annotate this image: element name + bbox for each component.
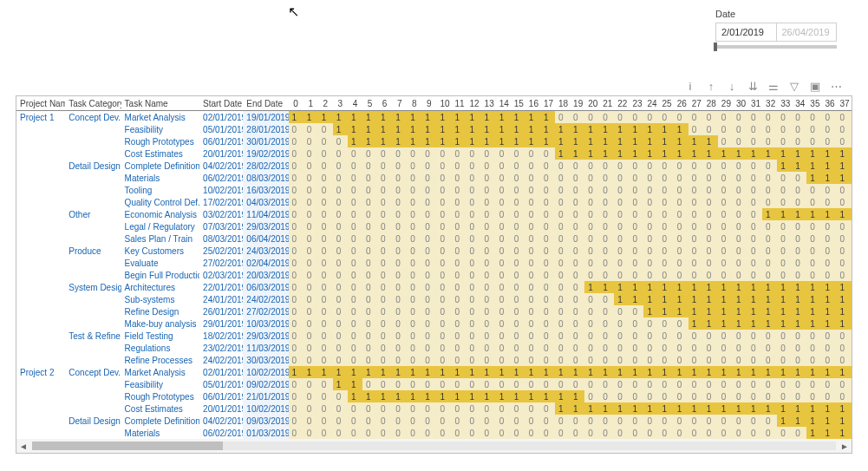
gantt-cell: 0 — [777, 123, 792, 135]
sort-asc-icon[interactable]: ↑ — [705, 80, 717, 92]
scrollbar-thumb[interactable] — [32, 442, 223, 450]
horizontal-scrollbar[interactable]: ◄ ► — [16, 439, 852, 453]
col-header-day[interactable]: 31 — [747, 96, 762, 111]
scrollbar-track[interactable] — [32, 442, 836, 450]
col-header-category[interactable]: Task Category — [65, 96, 121, 111]
table-row[interactable]: Test & RefineField Testing18/02/201929/0… — [16, 330, 852, 342]
col-header-day[interactable]: 25 — [659, 96, 674, 111]
col-header-day[interactable]: 15 — [511, 96, 525, 111]
table-row[interactable]: Rough Prototypes06/01/201921/01/20190000… — [16, 390, 852, 402]
date-start-input[interactable]: 2/01/2019 — [716, 23, 776, 41]
col-header-end[interactable]: End Date — [243, 96, 288, 111]
col-header-day[interactable]: 29 — [718, 96, 733, 111]
col-header-day[interactable]: 36 — [821, 96, 836, 111]
col-header-day[interactable]: 37 — [836, 96, 852, 111]
gantt-cell: 1 — [806, 293, 821, 305]
col-header-day[interactable]: 19 — [570, 96, 584, 111]
col-header-day[interactable]: 16 — [525, 96, 540, 111]
expand-icon[interactable]: ⚌ — [767, 80, 780, 92]
col-header-day[interactable]: 9 — [421, 96, 436, 111]
table-row[interactable]: Detail DesignComplete Definition04/02/20… — [16, 415, 852, 427]
table-row[interactable]: Materials06/02/201908/03/201900000000000… — [16, 172, 852, 184]
drill-down-icon[interactable]: ⇊ — [747, 80, 759, 92]
table-row[interactable]: Make-buy analysis29/01/201910/03/2019000… — [16, 317, 852, 330]
col-header-day[interactable]: 33 — [777, 96, 792, 111]
col-header-day[interactable]: 23 — [629, 96, 643, 111]
col-header-project[interactable]: Project Name — [16, 96, 65, 111]
table-row[interactable]: Materials06/02/201901/03/201900000000000… — [16, 427, 852, 439]
scroll-right-arrow-icon[interactable]: ► — [838, 442, 852, 451]
table-row[interactable]: Rough Prototypes06/01/201930/01/20190000… — [16, 135, 852, 147]
table-row[interactable]: Legal / Regulatory07/03/201929/03/201900… — [16, 220, 852, 232]
col-header-day[interactable]: 2 — [318, 96, 333, 111]
table-row[interactable]: OtherEconomic Analysis03/02/201911/04/20… — [16, 208, 852, 220]
col-header-day[interactable]: 10 — [436, 96, 451, 111]
col-header-day[interactable]: 8 — [407, 96, 421, 111]
col-header-day[interactable]: 30 — [733, 96, 747, 111]
table-row[interactable]: ProduceKey Customers25/02/201924/03/2019… — [16, 245, 852, 257]
info-icon[interactable]: i — [684, 80, 696, 92]
col-header-day[interactable]: 17 — [540, 96, 555, 111]
col-header-day[interactable]: 12 — [467, 96, 481, 111]
table-row[interactable]: Sales Plan / Train08/03/201906/04/201900… — [16, 232, 852, 245]
col-header-day[interactable]: 26 — [674, 96, 689, 111]
table-row[interactable]: Cost Estimates20/01/201910/02/2019000000… — [16, 402, 852, 415]
scroll-left-arrow-icon[interactable]: ◄ — [16, 442, 30, 451]
date-end-input[interactable]: 26/04/2019 — [776, 23, 837, 41]
date-slider[interactable] — [715, 45, 837, 49]
gantt-cell: 0 — [362, 402, 377, 415]
focus-mode-icon[interactable]: ▣ — [809, 80, 821, 92]
date-range-inputs[interactable]: 2/01/2019 26/04/2019 — [715, 23, 837, 42]
gantt-cell: 0 — [392, 281, 407, 293]
table-row[interactable]: Feasibility05/01/201928/01/2019000111111… — [16, 123, 852, 135]
gantt-cell: 0 — [525, 172, 540, 184]
table-row[interactable]: Feasibility05/01/201909/02/2019000110000… — [16, 378, 852, 390]
date-slicer[interactable]: Date 2/01/2019 26/04/2019 — [715, 9, 837, 49]
table-row[interactable]: Project 2Concept Dev.Market Analysis02/0… — [16, 366, 852, 378]
matrix-scroll-area[interactable]: Project NameTask CategoryTask NameStart … — [16, 96, 852, 439]
col-header-day[interactable]: 4 — [348, 96, 362, 111]
col-header-day[interactable]: 18 — [555, 96, 570, 111]
filter-icon[interactable]: ▽ — [788, 80, 800, 92]
table-row[interactable]: Project 1Concept Dev.Market Analysis02/0… — [16, 111, 852, 124]
col-header-day[interactable]: 5 — [362, 96, 377, 111]
more-options-icon[interactable]: ⋯ — [830, 80, 842, 92]
col-header-day[interactable]: 22 — [614, 96, 629, 111]
matrix-visual[interactable]: Project NameTask CategoryTask NameStart … — [16, 95, 852, 454]
table-row[interactable]: Cost Estimates20/01/201919/02/2019000000… — [16, 147, 852, 160]
table-row[interactable]: Tooling10/02/201916/03/20190000000000000… — [16, 184, 852, 196]
table-row[interactable]: Regulations23/02/201911/03/2019000000000… — [16, 342, 852, 354]
table-row[interactable]: Evaluate27/02/201902/04/2019000000000000… — [16, 257, 852, 269]
col-header-day[interactable]: 20 — [584, 96, 599, 111]
sort-desc-icon[interactable]: ↓ — [726, 80, 738, 92]
col-header-day[interactable]: 1 — [303, 96, 318, 111]
table-row[interactable]: Refine Design26/01/201927/02/20190000000… — [16, 305, 852, 317]
table-row[interactable]: Refine Processes24/02/201930/03/20190000… — [16, 354, 852, 366]
table-row[interactable]: System DesignArchitectures22/01/201906/0… — [16, 281, 852, 293]
gantt-cell: 0 — [333, 269, 348, 281]
table-row[interactable]: Sub-systems24/01/201924/02/2019000000000… — [16, 293, 852, 305]
table-row[interactable]: Quality Control Def.17/02/201904/03/2019… — [16, 196, 852, 208]
col-header-day[interactable]: 14 — [496, 96, 511, 111]
col-header-day[interactable]: 7 — [392, 96, 407, 111]
col-header-day[interactable]: 13 — [481, 96, 496, 111]
col-header-day[interactable]: 6 — [377, 96, 392, 111]
col-header-day[interactable]: 11 — [451, 96, 466, 111]
gantt-cell: 0 — [377, 342, 392, 354]
col-header-day[interactable]: 21 — [599, 96, 614, 111]
gantt-cell: 0 — [511, 427, 525, 439]
col-header-day[interactable]: 34 — [792, 96, 806, 111]
col-header-start[interactable]: Start Date — [199, 96, 243, 111]
gantt-cell: 0 — [511, 232, 525, 245]
table-row[interactable]: Detail DesignComplete Definition04/02/20… — [16, 160, 852, 172]
col-header-day[interactable]: 28 — [703, 96, 718, 111]
col-header-day[interactable]: 24 — [643, 96, 658, 111]
col-header-day[interactable]: 27 — [689, 96, 703, 111]
col-header-day[interactable]: 0 — [289, 96, 303, 111]
date-slider-handle[interactable] — [714, 43, 717, 51]
col-header-day[interactable]: 32 — [762, 96, 777, 111]
col-header-day[interactable]: 35 — [806, 96, 821, 111]
col-header-day[interactable]: 3 — [333, 96, 348, 111]
table-row[interactable]: Begin Full Production02/03/201920/03/201… — [16, 269, 852, 281]
col-header-task[interactable]: Task Name — [121, 96, 199, 111]
